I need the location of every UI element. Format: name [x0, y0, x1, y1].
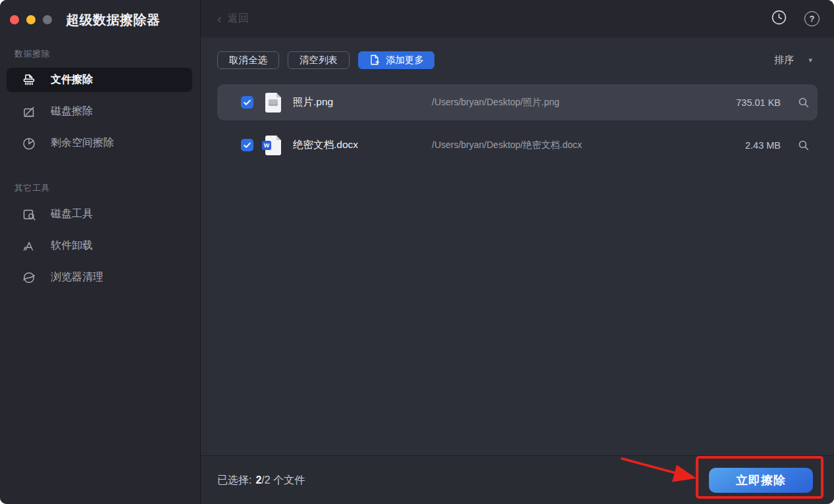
docx-file-icon: W — [265, 136, 281, 155]
main-content: 取消全选 清空列表 添加更多 排序 ▾ — [201, 38, 834, 455]
titlebar: ‹ 返回 ? — [201, 0, 834, 38]
sidebar-item-browser-clean[interactable]: 浏览器清理 — [7, 265, 192, 290]
app-title: 超级数据擦除器 — [66, 11, 161, 29]
sidebar-section-other-tools: 其它工具 — [14, 182, 50, 194]
search-icon — [798, 97, 810, 109]
close-window-icon[interactable] — [10, 15, 19, 24]
check-icon — [242, 140, 252, 150]
shredder-icon — [22, 73, 36, 88]
file-checkbox[interactable] — [241, 96, 253, 109]
sidebar-item-label: 浏览器清理 — [51, 270, 103, 284]
file-row[interactable]: 照片.png /Users/bryan/Desktop/照片.png 735.0… — [217, 84, 818, 120]
sort-label: 排序 — [774, 54, 794, 66]
footer-bar: 已选择: 2 /2 个文件 立即擦除 — [201, 455, 834, 504]
png-file-icon — [265, 93, 281, 113]
selected-label: 已选择: — [217, 474, 251, 488]
document-add-icon — [369, 54, 380, 66]
file-path: /Users/bryan/Desktop/绝密文档.docx — [421, 139, 715, 151]
deselect-all-button[interactable]: 取消全选 — [217, 51, 279, 69]
file-list: 照片.png /Users/bryan/Desktop/照片.png 735.0… — [217, 84, 818, 170]
add-more-label: 添加更多 — [386, 54, 424, 66]
sidebar: 超级数据擦除器 数据擦除 文件擦除 磁盘擦除 — [0, 0, 201, 504]
file-size: 735.01 KB — [715, 97, 781, 108]
file-checkbox[interactable] — [241, 139, 253, 151]
back-button[interactable]: ‹ 返回 — [217, 0, 249, 38]
back-label: 返回 — [228, 12, 249, 26]
check-icon — [242, 97, 252, 107]
selected-rest: /2 个文件 — [261, 474, 305, 488]
selected-count: 2 — [255, 474, 261, 486]
search-icon — [798, 139, 810, 151]
sidebar-item-label: 剩余空间擦除 — [51, 136, 114, 150]
sidebar-item-label: 磁盘擦除 — [51, 105, 93, 118]
help-icon[interactable]: ? — [804, 11, 820, 26]
sidebar-item-label: 软件卸载 — [51, 239, 93, 253]
pie-chart-icon — [22, 136, 36, 151]
sidebar-item-file-erase[interactable]: 文件擦除 — [7, 68, 192, 92]
sidebar-item-label: 磁盘工具 — [51, 207, 93, 221]
sidebar-section-data-erase: 数据擦除 — [14, 48, 50, 60]
file-name: 照片.png — [293, 95, 421, 109]
word-badge: W — [262, 141, 271, 150]
chevron-left-icon: ‹ — [217, 12, 222, 25]
browser-icon — [22, 270, 36, 285]
sidebar-item-app-uninstall[interactable]: 软件卸载 — [7, 234, 192, 258]
sidebar-item-disk-tools[interactable]: 磁盘工具 — [7, 202, 192, 226]
history-icon[interactable] — [771, 9, 787, 28]
traffic-lights — [10, 15, 52, 24]
file-path: /Users/bryan/Desktop/照片.png — [421, 97, 715, 109]
zoom-window-icon[interactable] — [43, 15, 52, 24]
minimize-window-icon[interactable] — [26, 15, 36, 24]
app-window: 超级数据擦除器 数据擦除 文件擦除 磁盘擦除 — [0, 0, 834, 504]
selection-summary: 已选择: 2 /2 个文件 — [217, 456, 305, 504]
disk-erase-icon — [22, 105, 36, 119]
clear-list-button[interactable]: 清空列表 — [288, 51, 350, 69]
file-size: 2.43 MB — [715, 140, 781, 151]
add-more-button[interactable]: 添加更多 — [358, 51, 434, 69]
file-row[interactable]: W 绝密文档.docx /Users/bryan/Desktop/绝密文档.do… — [217, 127, 818, 163]
disk-tool-icon — [22, 207, 36, 222]
sidebar-item-disk-erase[interactable]: 磁盘擦除 — [7, 99, 192, 124]
reveal-file-button[interactable] — [798, 139, 810, 151]
file-name: 绝密文档.docx — [293, 138, 421, 152]
reveal-file-button[interactable] — [798, 97, 810, 109]
erase-now-button[interactable]: 立即擦除 — [709, 468, 813, 493]
chevron-down-icon: ▾ — [808, 56, 812, 64]
appstore-icon — [22, 239, 36, 253]
sidebar-item-free-space-erase[interactable]: 剩余空间擦除 — [7, 131, 192, 155]
toolbar: 取消全选 清空列表 添加更多 排序 ▾ — [217, 51, 818, 69]
sort-control[interactable]: 排序 ▾ — [774, 54, 812, 66]
sidebar-item-label: 文件擦除 — [51, 73, 93, 87]
